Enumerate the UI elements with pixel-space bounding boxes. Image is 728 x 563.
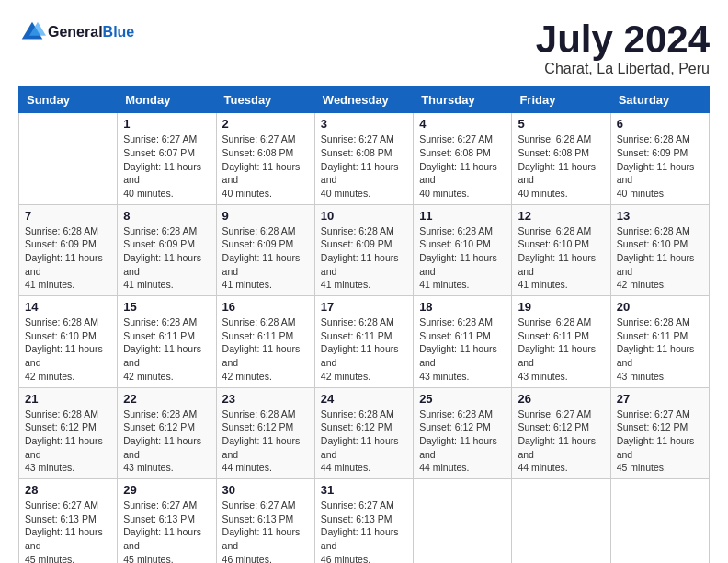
logo: General Blue <box>18 18 134 46</box>
day-info: Sunrise: 6:27 AMSunset: 6:08 PMDaylight:… <box>419 132 506 200</box>
calendar-week-row: 21 Sunrise: 6:28 AMSunset: 6:12 PMDaylig… <box>19 387 710 478</box>
calendar-header-row: SundayMondayTuesdayWednesdayThursdayFrid… <box>19 87 710 113</box>
logo-general-text: General <box>48 24 103 40</box>
day-info: Sunrise: 6:28 AMSunset: 6:11 PMDaylight:… <box>518 316 604 383</box>
calendar-day-cell <box>19 113 118 204</box>
day-info: Sunrise: 6:27 AMSunset: 6:12 PMDaylight:… <box>518 408 604 475</box>
calendar-day-cell: 26 Sunrise: 6:27 AMSunset: 6:12 PMDaylig… <box>512 387 610 478</box>
day-number: 3 <box>321 117 407 131</box>
calendar-day-cell: 24 Sunrise: 6:28 AMSunset: 6:12 PMDaylig… <box>314 387 413 478</box>
weekday-header: Thursday <box>414 87 512 113</box>
logo-icon <box>18 18 46 46</box>
day-info: Sunrise: 6:28 AMSunset: 6:11 PMDaylight:… <box>222 316 309 383</box>
day-info: Sunrise: 6:27 AMSunset: 6:08 PMDaylight:… <box>321 132 407 200</box>
day-info: Sunrise: 6:28 AMSunset: 6:09 PMDaylight:… <box>321 224 407 292</box>
weekday-header: Friday <box>512 87 610 113</box>
logo-blue-text: Blue <box>103 24 135 40</box>
calendar-day-cell: 6 Sunrise: 6:28 AMSunset: 6:09 PMDayligh… <box>610 113 709 204</box>
calendar-day-cell: 3 Sunrise: 6:27 AMSunset: 6:08 PMDayligh… <box>314 113 413 204</box>
day-number: 2 <box>222 117 309 131</box>
calendar-day-cell <box>512 478 610 563</box>
day-number: 10 <box>321 209 407 223</box>
day-info: Sunrise: 6:28 AMSunset: 6:11 PMDaylight:… <box>419 316 506 383</box>
day-number: 4 <box>419 117 506 131</box>
weekday-header: Monday <box>118 87 216 113</box>
title-block: July 2024 Charat, La Libertad, Peru <box>536 18 710 77</box>
calendar-day-cell: 2 Sunrise: 6:27 AMSunset: 6:08 PMDayligh… <box>216 113 314 204</box>
day-info: Sunrise: 6:28 AMSunset: 6:09 PMDaylight:… <box>25 224 111 292</box>
weekday-header: Wednesday <box>314 87 413 113</box>
day-info: Sunrise: 6:28 AMSunset: 6:12 PMDaylight:… <box>419 408 506 475</box>
day-info: Sunrise: 6:28 AMSunset: 6:11 PMDaylight:… <box>321 316 407 383</box>
calendar-day-cell: 15 Sunrise: 6:28 AMSunset: 6:11 PMDaylig… <box>118 296 216 387</box>
day-number: 22 <box>123 392 210 406</box>
day-info: Sunrise: 6:27 AMSunset: 6:08 PMDaylight:… <box>222 132 309 200</box>
day-number: 19 <box>518 300 604 314</box>
calendar-day-cell: 17 Sunrise: 6:28 AMSunset: 6:11 PMDaylig… <box>314 296 413 387</box>
day-info: Sunrise: 6:28 AMSunset: 6:12 PMDaylight:… <box>222 408 309 475</box>
calendar-day-cell: 16 Sunrise: 6:28 AMSunset: 6:11 PMDaylig… <box>216 296 314 387</box>
day-info: Sunrise: 6:27 AMSunset: 6:13 PMDaylight:… <box>25 499 111 563</box>
day-number: 23 <box>222 392 309 406</box>
calendar-day-cell: 19 Sunrise: 6:28 AMSunset: 6:11 PMDaylig… <box>512 296 610 387</box>
day-number: 16 <box>222 300 309 314</box>
calendar-day-cell: 22 Sunrise: 6:28 AMSunset: 6:12 PMDaylig… <box>118 387 216 478</box>
day-number: 31 <box>321 483 407 497</box>
day-info: Sunrise: 6:27 AMSunset: 6:13 PMDaylight:… <box>222 499 309 563</box>
calendar-day-cell: 4 Sunrise: 6:27 AMSunset: 6:08 PMDayligh… <box>414 113 512 204</box>
day-number: 29 <box>123 483 210 497</box>
day-number: 25 <box>419 392 506 406</box>
day-info: Sunrise: 6:28 AMSunset: 6:10 PMDaylight:… <box>419 224 506 292</box>
day-number: 15 <box>123 300 210 314</box>
day-info: Sunrise: 6:28 AMSunset: 6:08 PMDaylight:… <box>518 132 604 200</box>
calendar-day-cell: 25 Sunrise: 6:28 AMSunset: 6:12 PMDaylig… <box>414 387 512 478</box>
day-number: 17 <box>321 300 407 314</box>
day-number: 5 <box>518 117 604 131</box>
day-number: 1 <box>123 117 210 131</box>
day-info: Sunrise: 6:28 AMSunset: 6:11 PMDaylight:… <box>617 316 703 383</box>
day-info: Sunrise: 6:28 AMSunset: 6:10 PMDaylight:… <box>25 316 111 383</box>
day-number: 20 <box>617 300 703 314</box>
calendar-day-cell: 29 Sunrise: 6:27 AMSunset: 6:13 PMDaylig… <box>118 478 216 563</box>
day-info: Sunrise: 6:28 AMSunset: 6:09 PMDaylight:… <box>123 224 210 292</box>
calendar-day-cell: 30 Sunrise: 6:27 AMSunset: 6:13 PMDaylig… <box>216 478 314 563</box>
day-info: Sunrise: 6:28 AMSunset: 6:12 PMDaylight:… <box>321 408 407 475</box>
day-number: 13 <box>617 209 703 223</box>
day-info: Sunrise: 6:28 AMSunset: 6:09 PMDaylight:… <box>222 224 309 292</box>
calendar-day-cell: 8 Sunrise: 6:28 AMSunset: 6:09 PMDayligh… <box>118 204 216 295</box>
calendar-day-cell: 12 Sunrise: 6:28 AMSunset: 6:10 PMDaylig… <box>512 204 610 295</box>
calendar-day-cell: 5 Sunrise: 6:28 AMSunset: 6:08 PMDayligh… <box>512 113 610 204</box>
weekday-header: Tuesday <box>216 87 314 113</box>
calendar-day-cell: 20 Sunrise: 6:28 AMSunset: 6:11 PMDaylig… <box>610 296 709 387</box>
day-number: 30 <box>222 483 309 497</box>
day-number: 12 <box>518 209 604 223</box>
calendar-day-cell: 10 Sunrise: 6:28 AMSunset: 6:09 PMDaylig… <box>314 204 413 295</box>
calendar-day-cell: 31 Sunrise: 6:27 AMSunset: 6:13 PMDaylig… <box>314 478 413 563</box>
calendar-week-row: 1 Sunrise: 6:27 AMSunset: 6:07 PMDayligh… <box>19 113 710 204</box>
location-title: Charat, La Libertad, Peru <box>536 61 710 77</box>
day-info: Sunrise: 6:28 AMSunset: 6:10 PMDaylight:… <box>518 224 604 292</box>
calendar-week-row: 14 Sunrise: 6:28 AMSunset: 6:10 PMDaylig… <box>19 296 710 387</box>
calendar-day-cell: 18 Sunrise: 6:28 AMSunset: 6:11 PMDaylig… <box>414 296 512 387</box>
day-info: Sunrise: 6:27 AMSunset: 6:13 PMDaylight:… <box>123 499 210 563</box>
calendar-day-cell: 23 Sunrise: 6:28 AMSunset: 6:12 PMDaylig… <box>216 387 314 478</box>
day-info: Sunrise: 6:27 AMSunset: 6:07 PMDaylight:… <box>123 132 210 200</box>
day-number: 8 <box>123 209 210 223</box>
page-header: General Blue July 2024 Charat, La Libert… <box>18 18 710 77</box>
calendar-day-cell: 27 Sunrise: 6:27 AMSunset: 6:12 PMDaylig… <box>610 387 709 478</box>
calendar-day-cell <box>610 478 709 563</box>
calendar-table: SundayMondayTuesdayWednesdayThursdayFrid… <box>18 86 710 563</box>
day-number: 6 <box>617 117 703 131</box>
calendar-day-cell: 1 Sunrise: 6:27 AMSunset: 6:07 PMDayligh… <box>118 113 216 204</box>
day-number: 26 <box>518 392 604 406</box>
day-info: Sunrise: 6:28 AMSunset: 6:11 PMDaylight:… <box>123 316 210 383</box>
day-number: 28 <box>25 483 111 497</box>
calendar-day-cell: 28 Sunrise: 6:27 AMSunset: 6:13 PMDaylig… <box>19 478 118 563</box>
day-info: Sunrise: 6:27 AMSunset: 6:12 PMDaylight:… <box>617 408 703 475</box>
day-number: 24 <box>321 392 407 406</box>
calendar-day-cell: 11 Sunrise: 6:28 AMSunset: 6:10 PMDaylig… <box>414 204 512 295</box>
day-info: Sunrise: 6:28 AMSunset: 6:12 PMDaylight:… <box>25 408 111 475</box>
weekday-header: Sunday <box>19 87 118 113</box>
day-number: 14 <box>25 300 111 314</box>
day-info: Sunrise: 6:28 AMSunset: 6:12 PMDaylight:… <box>123 408 210 475</box>
